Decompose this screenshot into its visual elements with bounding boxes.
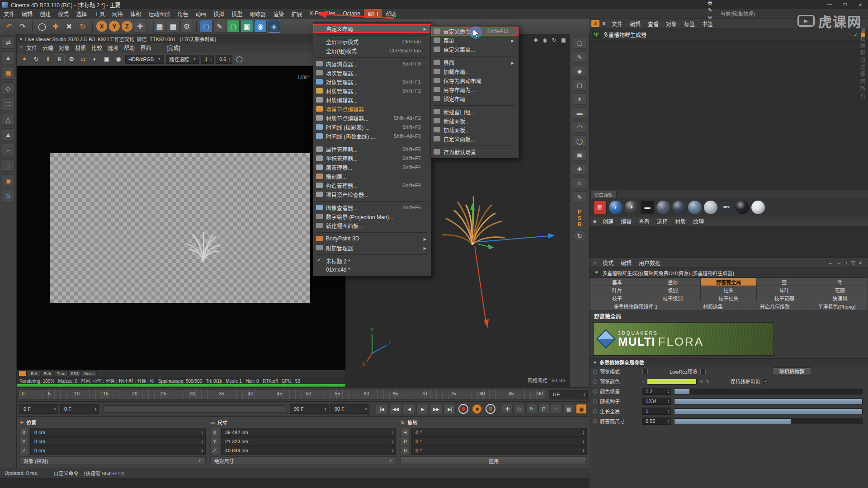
param-value-field[interactable]: 1234 ▲▼ <box>642 398 671 405</box>
size-mode-select[interactable]: 绝对尺寸▼ <box>210 456 396 465</box>
live-viewer-menu-item[interactable]: 界面 <box>137 44 154 52</box>
live-viewer-menu-item[interactable]: 比较 <box>89 44 105 52</box>
enable-axis-icon[interactable]: ⌐ <box>2 144 14 156</box>
menu-bar-item[interactable]: 选择 <box>72 9 90 18</box>
submenu-item[interactable]: 新建面板... <box>431 116 519 125</box>
pen-tool-icon[interactable]: ✎ <box>573 51 586 63</box>
attribute-tab[interactable]: 柱头 <box>701 286 756 294</box>
lang-indicator[interactable]: 英 <box>706 0 714 6</box>
attribute-menu-item[interactable]: 用户数据 <box>635 259 664 267</box>
autokey-button[interactable] <box>472 404 482 414</box>
panel-close-icon[interactable]: × <box>19 36 22 42</box>
texture-mode-icon[interactable]: ▦ <box>2 67 14 80</box>
attribute-tab[interactable]: 琴叶 <box>757 286 812 294</box>
menu-bar-item[interactable]: 扩展 <box>288 9 306 18</box>
param-slider[interactable] <box>674 418 863 424</box>
material-menu-item[interactable]: 选择 <box>653 217 671 225</box>
material-sphere[interactable] <box>751 201 765 214</box>
object-manager-menu-item[interactable]: 文件 <box>608 20 626 28</box>
window-menu-item[interactable]: 数字绘景 (Projection Man)... <box>313 212 431 221</box>
blank-panel-tab[interactable]: 空白面板 <box>590 191 617 198</box>
channel-tab[interactable]: SSS <box>68 371 81 376</box>
attribute-tab[interactable]: 叶 <box>812 278 868 286</box>
window-menu-item[interactable] <box>317 141 427 143</box>
material-sphere[interactable] <box>704 201 717 214</box>
model-mode-icon[interactable]: ▲ <box>2 52 14 64</box>
material-menu-item[interactable]: 查看 <box>635 217 653 225</box>
coordinate-field[interactable]: 40.849 cm▲▼ <box>221 446 396 455</box>
live-viewer-menu-item[interactable]: 文件 <box>24 44 40 52</box>
render-picture-viewer-button[interactable]: ▦ <box>167 20 179 33</box>
window-menu-item[interactable]: 对象管理器... Shift+F1 <box>313 77 431 86</box>
x-axis-lock-button[interactable]: X <box>96 21 107 32</box>
deformer-icon[interactable]: ◆ <box>573 65 586 77</box>
coordinate-field[interactable]: 21.323 cm▲▼ <box>221 437 396 446</box>
window-menu-item[interactable]: 新建视图面板... <box>313 221 431 230</box>
material-menu-item[interactable]: 纹理 <box>689 217 708 225</box>
attribute-tab[interactable]: 基本 <box>590 278 645 286</box>
anim-dot-icon[interactable] <box>593 370 597 374</box>
goto-start-button[interactable]: |◀ <box>376 404 388 414</box>
settings-gear-icon[interactable]: ⚙ <box>66 54 76 64</box>
snap-icon[interactable]: ∩ <box>2 159 14 172</box>
workplane-mode-icon[interactable]: ◇ <box>2 82 14 95</box>
window-menu-item[interactable]: 坐标管理器... Shift+F7 <box>313 154 431 163</box>
forward-icon[interactable]: → <box>837 260 842 266</box>
material-menu-item[interactable]: 创建 <box>599 217 617 225</box>
prev-key-button[interactable]: ◀◀ <box>389 404 401 414</box>
submenu-item[interactable]: 自定义菜单... <box>431 45 519 54</box>
attribute-tab[interactable]: 材质选集 <box>682 302 744 310</box>
make-editable-icon[interactable]: ⇄ <box>2 36 14 49</box>
menu-bar-item[interactable]: 运动图形 <box>145 9 174 18</box>
magnet-tool-icon[interactable]: ∩ <box>573 177 586 189</box>
preview-start-field[interactable]: 0 F▲▼ <box>60 404 99 414</box>
param-value-field[interactable]: 1 ▲▼ <box>642 408 671 415</box>
anim-dot-icon[interactable] <box>593 389 597 394</box>
instance-icon[interactable]: ▣ <box>573 149 586 161</box>
record-param-icon[interactable]: P <box>538 404 549 414</box>
channel-tab[interactable]: Ref <box>28 371 40 376</box>
record-rotation-icon[interactable]: ↻ <box>526 404 537 414</box>
random-flora-button[interactable]: 随机植物群 <box>773 367 811 375</box>
coordinate-field[interactable]: 0 °▲▼ <box>411 428 587 437</box>
menu-bar-item[interactable]: 渲染 <box>269 9 288 18</box>
y-axis-lock-button[interactable]: Y <box>109 21 120 32</box>
anim-dot-icon[interactable] <box>593 399 597 404</box>
channel-tab[interactable]: Refr <box>41 371 54 376</box>
menu-bar-item[interactable]: 网格 <box>108 9 127 18</box>
menu-bar-item[interactable]: 编辑 <box>18 9 36 18</box>
value-spinner[interactable]: ▲▼ <box>667 389 670 393</box>
selection-filter-icon[interactable]: S <box>2 190 14 202</box>
brush-tool-icon[interactable]: ✎ <box>573 191 586 203</box>
object-manager-menu-item[interactable]: 书签 <box>698 20 717 28</box>
window-menu-item[interactable]: 全屏(组)模式 Ctrl+Shift+Tab <box>313 46 431 55</box>
preview-mode-checkbox[interactable] <box>642 369 648 374</box>
display-icon[interactable]: ▬ <box>641 201 654 214</box>
material-menu-item[interactable]: 编辑 <box>617 217 635 225</box>
region-render-icon[interactable]: R <box>55 54 65 64</box>
attribute-tab[interactable]: 茎 <box>757 278 812 286</box>
object-name[interactable]: 多重植物群生成器 <box>603 31 646 38</box>
attribute-tab[interactable]: 枝干柱头 <box>701 294 756 302</box>
param-value-field[interactable]: 0.55 ▲▼ <box>642 418 671 425</box>
render-mode-select[interactable]: 路径追踪▼ <box>166 55 199 64</box>
attribute-menu-item[interactable]: 编辑 <box>617 259 635 267</box>
window-menu-item[interactable]: BodyPaint 3D <box>313 234 431 243</box>
live-viewer-menu-item[interactable]: 材质 <box>72 44 89 52</box>
channel-tab[interactable]: Noise <box>82 371 97 376</box>
environment-icon[interactable]: ◯ <box>573 135 586 147</box>
panel-menu-icon[interactable]: ≡ <box>19 45 23 51</box>
window-menu-item[interactable]: 场景节点编辑器 <box>313 104 431 113</box>
mograph-button[interactable]: ▣ <box>241 20 253 33</box>
window-menu-item[interactable] <box>317 199 427 202</box>
attribute-tab[interactable]: 快速风 <box>812 294 868 302</box>
menu-bar-item[interactable]: 窗口 <box>364 9 382 18</box>
submenu-item[interactable] <box>434 54 515 56</box>
submenu-item[interactable]: 存为默认场景 <box>431 147 519 156</box>
simulate-button[interactable]: ◈ <box>268 20 280 33</box>
attribute-tab[interactable]: 野蔷薇全局 <box>701 278 756 286</box>
window-menu-item[interactable]: 01xr.c4d * <box>313 265 431 274</box>
menu-bar-item[interactable]: 模式 <box>54 9 72 18</box>
submenu-item[interactable]: 界面 <box>431 58 519 67</box>
object-manager-menu-item[interactable]: 查看 <box>644 20 662 28</box>
